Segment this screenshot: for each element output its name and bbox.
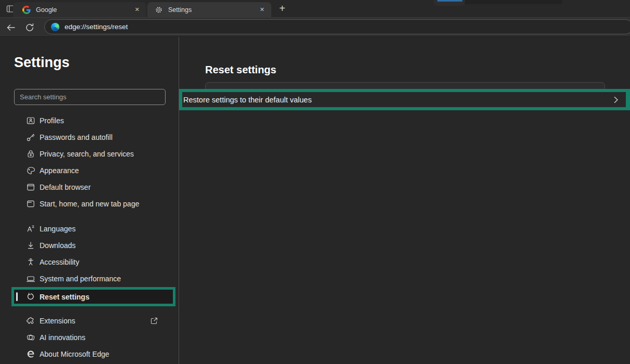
- tab-strip: Google ✕ Settings ✕ +: [0, 0, 630, 17]
- page-title: Reset settings: [205, 64, 276, 76]
- external-link-icon: [150, 317, 158, 325]
- sidebar-item-privacy[interactable]: Privacy, search, and services: [14, 146, 173, 162]
- sidebar-item-label: Appearance: [40, 166, 79, 175]
- sidebar-item-passwords[interactable]: Passwords and autofill: [14, 129, 173, 146]
- highlight-box-restore-row: Restore settings to their default values: [179, 89, 630, 110]
- sidebar-item-label: Passwords and autofill: [40, 133, 112, 141]
- restore-settings-label: Restore settings to their default values: [183, 96, 312, 104]
- sidebar-item-label: Reset settings: [40, 293, 90, 301]
- sidebar-group-divider: [0, 306, 179, 313]
- settings-page: Settings Profiles: [0, 37, 630, 364]
- highlight-box-reset-settings: Reset settings: [11, 287, 175, 306]
- sidebar-item-label: Default browser: [40, 183, 91, 191]
- tab-settings[interactable]: Settings ✕: [147, 2, 271, 17]
- ai-innovations-icon: [26, 333, 35, 342]
- tab-google[interactable]: Google ✕: [13, 2, 146, 17]
- sidebar-item-label: Downloads: [40, 241, 75, 250]
- sidebar-item-label: System and performance: [40, 275, 121, 283]
- sidebar-nav: Profiles Passwords and autofill: [0, 112, 179, 362]
- laptop-icon: [26, 274, 35, 283]
- edge-icon: [26, 349, 35, 359]
- tab-google-label: Google: [36, 6, 57, 14]
- settings-card-top-edge: [205, 82, 605, 89]
- sidebar-item-label: Start, home, and new tab page: [40, 200, 139, 208]
- sidebar-group-divider: [0, 212, 179, 220]
- edge-browser-window: Google ✕ Settings ✕ +: [0, 0, 630, 364]
- sidebar-item-label: Privacy, search, and services: [40, 150, 134, 158]
- address-bar[interactable]: edge://settings/reset: [44, 19, 630, 34]
- navigation-toolbar: edge://settings/reset: [0, 17, 630, 37]
- restore-settings-row[interactable]: Restore settings to their default values: [182, 92, 626, 107]
- new-tab-button[interactable]: +: [275, 1, 289, 16]
- tab-settings-close-icon[interactable]: ✕: [260, 6, 264, 13]
- sidebar-item-ai-innovations[interactable]: AI innovations: [14, 329, 173, 346]
- search-settings-input[interactable]: [14, 89, 166, 105]
- google-favicon-icon: [22, 6, 31, 14]
- browser-window-icon: [26, 183, 35, 192]
- back-arrow-icon: [6, 22, 16, 33]
- sidebar-item-label: Profiles: [40, 116, 64, 125]
- gear-icon: [155, 6, 163, 14]
- download-icon: [26, 241, 35, 250]
- puzzle-icon: [26, 316, 35, 326]
- sidebar-item-default-browser[interactable]: Default browser: [14, 179, 173, 196]
- settings-main-pane: Reset settings Restore settings to their…: [179, 37, 630, 364]
- sidebar-item-extensions[interactable]: Extensions: [14, 313, 173, 329]
- chevron-right-icon: [611, 95, 621, 105]
- settings-sidebar: Settings Profiles: [0, 37, 179, 364]
- accessibility-icon: [26, 257, 35, 267]
- sidebar-item-label: Extensions: [40, 317, 75, 325]
- sidebar-item-reset-settings[interactable]: Reset settings: [14, 290, 173, 304]
- sidebar-item-languages[interactable]: Languages: [14, 220, 173, 237]
- lock-icon: [26, 149, 35, 159]
- sidebar-item-system[interactable]: System and performance: [14, 270, 173, 287]
- sidebar-item-label: Languages: [40, 225, 75, 233]
- window-icon: [26, 199, 35, 209]
- sidebar-item-label: AI innovations: [40, 333, 85, 342]
- sidebar-title: Settings: [14, 55, 70, 71]
- sidebar-item-accessibility[interactable]: Accessibility: [14, 254, 173, 270]
- tab-google-close-icon[interactable]: ✕: [135, 6, 140, 13]
- translate-icon: [26, 224, 35, 233]
- sidebar-item-downloads[interactable]: Downloads: [14, 237, 173, 254]
- sidebar-item-about[interactable]: About Microsoft Edge: [14, 346, 173, 362]
- palette-icon: [26, 166, 35, 175]
- sidebar-item-label: About Microsoft Edge: [40, 350, 109, 358]
- sidebar-item-start-home[interactable]: Start, home, and new tab page: [14, 196, 173, 212]
- profiles-icon: [26, 116, 35, 125]
- key-icon: [26, 133, 35, 142]
- refresh-button[interactable]: [24, 22, 35, 33]
- sidebar-item-profiles[interactable]: Profiles: [14, 112, 173, 129]
- url-text: edge://settings/reset: [65, 23, 128, 31]
- back-button[interactable]: [6, 22, 16, 33]
- sidebar-item-label: Accessibility: [40, 258, 79, 266]
- refresh-icon: [24, 22, 35, 33]
- sidebar-item-appearance[interactable]: Appearance: [14, 162, 173, 179]
- selected-indicator: [16, 292, 18, 301]
- tab-settings-label: Settings: [168, 6, 192, 14]
- blue-accent-line: [437, 0, 462, 2]
- edge-logo-icon: [51, 23, 59, 31]
- reset-icon: [26, 292, 35, 302]
